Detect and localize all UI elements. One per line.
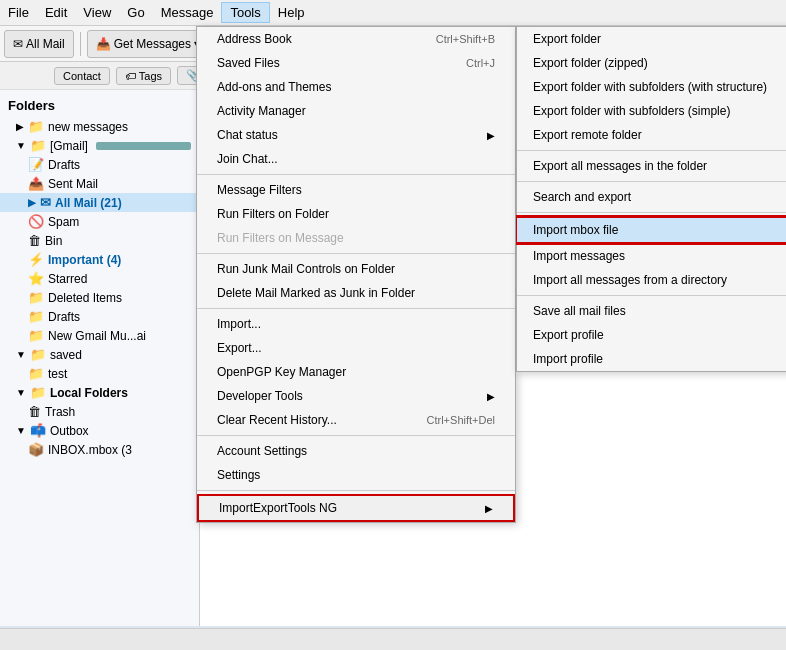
folder-label: Drafts	[48, 158, 80, 172]
folder-label: Bin	[45, 234, 62, 248]
sidebar-item-trash[interactable]: 🗑 Trash	[0, 402, 199, 421]
submenu-item-label: Export all messages in the folder	[533, 159, 707, 173]
importexport-submenu: Export folder Export folder (zipped) Exp…	[516, 26, 786, 372]
submenu-item-importmsg[interactable]: Import messages	[517, 244, 786, 268]
submenu-item-importalldir[interactable]: Import all messages from a directory ▶	[517, 268, 786, 292]
sidebar-item-newmessages[interactable]: ▶ 📁 new messages	[0, 117, 199, 136]
menu-item-addons[interactable]: Add-ons and Themes	[197, 75, 515, 99]
sidebar-item-drafts2[interactable]: 📁 Drafts	[0, 307, 199, 326]
sidebar-item-deleteditems[interactable]: 📁 Deleted Items	[0, 288, 199, 307]
sidebar-item-bin[interactable]: 🗑 Bin	[0, 231, 199, 250]
sidebar-item-sentmail[interactable]: 📤 Sent Mail	[0, 174, 199, 193]
sidebar-item-important[interactable]: ⚡ Important (4)	[0, 250, 199, 269]
menu-item-label: Run Junk Mail Controls on Folder	[217, 262, 395, 276]
menu-item-export[interactable]: Export...	[197, 336, 515, 360]
menu-tools[interactable]: Tools	[221, 2, 269, 23]
important-icon: ⚡	[28, 252, 44, 267]
submenu-item-importmbox[interactable]: Import mbox file	[517, 216, 786, 244]
submenu-item-exportremote[interactable]: Export remote folder	[517, 123, 786, 147]
menu-item-label: Import...	[217, 317, 261, 331]
menu-message[interactable]: Message	[153, 2, 222, 23]
folders-header: Folders	[0, 94, 199, 117]
collapse-icon[interactable]: ▼	[16, 349, 26, 360]
folder-icon: 📁	[30, 385, 46, 400]
submenu-separator	[517, 212, 786, 213]
contact-button[interactable]: Contact	[54, 67, 110, 85]
tags-button[interactable]: 🏷 Tags	[116, 67, 171, 85]
menu-item-activity[interactable]: Activity Manager	[197, 99, 515, 123]
menu-item-messagefilters[interactable]: Message Filters	[197, 178, 515, 202]
mbox-icon: 📦	[28, 442, 44, 457]
sidebar-item-saved[interactable]: ▼ 📁 saved	[0, 345, 199, 364]
sidebar-item-starred[interactable]: ⭐ Starred	[0, 269, 199, 288]
allmail-icon: ✉	[13, 37, 23, 51]
sidebar-item-inbox-mbox[interactable]: 📦 INBOX.mbox (3	[0, 440, 199, 459]
menu-item-accountsettings[interactable]: Account Settings	[197, 439, 515, 463]
sidebar-item-drafts[interactable]: 📝 Drafts	[0, 155, 199, 174]
menu-view[interactable]: View	[75, 2, 119, 23]
folder-label: Local Folders	[50, 386, 128, 400]
folder-icon: 📁	[30, 347, 46, 362]
collapse-icon[interactable]: ▼	[16, 140, 26, 151]
sidebar-item-test[interactable]: 📁 test	[0, 364, 199, 383]
menu-item-chatstatus[interactable]: Chat status ▶	[197, 123, 515, 147]
submenu-item-exportprofile[interactable]: Export profile	[517, 323, 786, 347]
menu-item-deletejunk[interactable]: Delete Mail Marked as Junk in Folder	[197, 281, 515, 305]
submenu-item-importprofile[interactable]: Import profile	[517, 347, 786, 371]
menu-item-label: Join Chat...	[217, 152, 278, 166]
submenu-item-label: Export remote folder	[533, 128, 642, 142]
menu-item-openpgp[interactable]: OpenPGP Key Manager	[197, 360, 515, 384]
menubar: File Edit View Go Message Tools Help	[0, 0, 786, 26]
menu-item-runfilters[interactable]: Run Filters on Folder	[197, 202, 515, 226]
menu-edit[interactable]: Edit	[37, 2, 75, 23]
sidebar-item-gmail[interactable]: ▼ 📁 [Gmail]	[0, 136, 199, 155]
sidebar-item-outbox[interactable]: ▼ 📫 Outbox	[0, 421, 199, 440]
submenu-separator	[517, 295, 786, 296]
toolbar-separator	[80, 32, 81, 56]
folder-icon: 📁	[28, 366, 44, 381]
submenu-item-saveallmail[interactable]: Save all mail files	[517, 299, 786, 323]
sidebar-item-allmail[interactable]: ▶ ✉ All Mail (21)	[0, 193, 199, 212]
sidebar-item-localfolders[interactable]: ▼ 📁 Local Folders	[0, 383, 199, 402]
submenu-item-exportfolder[interactable]: Export folder	[517, 27, 786, 51]
menu-item-runfiltersmsg: Run Filters on Message	[197, 226, 515, 250]
menu-item-savedfiles[interactable]: Saved Files Ctrl+J	[197, 51, 515, 75]
folder-label: Drafts	[48, 310, 80, 324]
allmail-button[interactable]: ✉ All Mail	[4, 30, 74, 58]
sidebar-item-newgmail[interactable]: 📁 New Gmail Mu...ai	[0, 326, 199, 345]
menu-item-settings[interactable]: Settings	[197, 463, 515, 487]
menu-separator	[197, 174, 515, 175]
folder-label: Trash	[45, 405, 75, 419]
submenu-item-label: Export folder	[533, 32, 601, 46]
menu-item-clearhistory[interactable]: Clear Recent History... Ctrl+Shift+Del	[197, 408, 515, 432]
collapse-icon[interactable]: ▼	[16, 387, 26, 398]
menu-item-runjunk[interactable]: Run Junk Mail Controls on Folder	[197, 257, 515, 281]
submenu-item-exportfolderzipped[interactable]: Export folder (zipped)	[517, 51, 786, 75]
menu-item-label: Message Filters	[217, 183, 302, 197]
menu-item-import[interactable]: Import...	[197, 312, 515, 336]
menu-item-importexport[interactable]: ImportExportTools NG ▶	[197, 494, 515, 522]
folder-label: test	[48, 367, 67, 381]
menu-go[interactable]: Go	[119, 2, 152, 23]
menu-file[interactable]: File	[0, 2, 37, 23]
submenu-item-exportwithstruct[interactable]: Export folder with subfolders (with stru…	[517, 75, 786, 99]
tags-label: Tags	[139, 70, 162, 82]
sidebar-item-spam[interactable]: 🚫 Spam	[0, 212, 199, 231]
collapse-icon[interactable]: ▼	[16, 425, 26, 436]
menu-item-devtools[interactable]: Developer Tools ▶	[197, 384, 515, 408]
get-messages-button[interactable]: 📥 Get Messages ▾	[87, 30, 209, 58]
submenu-item-exportwithsimple[interactable]: Export folder with subfolders (simple)	[517, 99, 786, 123]
menu-item-label: Export...	[217, 341, 262, 355]
submenu-item-searchexport[interactable]: Search and export	[517, 185, 786, 209]
menu-item-label: Saved Files	[217, 56, 280, 70]
menu-help[interactable]: Help	[270, 2, 313, 23]
menu-item-addressbook[interactable]: Address Book Ctrl+Shift+B	[197, 27, 515, 51]
collapse-icon[interactable]: ▶	[28, 197, 36, 208]
submenu-item-exportallmsg[interactable]: Export all messages in the folder ▶	[517, 154, 786, 178]
folder-label: saved	[50, 348, 82, 362]
submenu-arrow-icon: ▶	[487, 130, 495, 141]
sidebar: Folders ▶ 📁 new messages ▼ 📁 [Gmail] 📝 D…	[0, 90, 200, 626]
collapse-icon[interactable]: ▶	[16, 121, 24, 132]
menu-item-joinchat[interactable]: Join Chat...	[197, 147, 515, 171]
menu-item-label: OpenPGP Key Manager	[217, 365, 346, 379]
